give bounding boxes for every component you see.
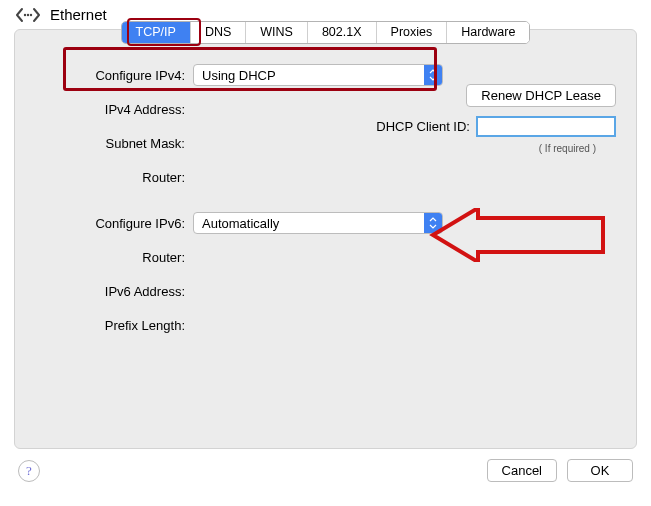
tab-tcpip[interactable]: TCP/IP xyxy=(122,22,191,43)
ok-button[interactable]: OK xyxy=(567,459,633,482)
configure-ipv4-label: Configure IPv4: xyxy=(35,68,193,83)
cancel-button[interactable]: Cancel xyxy=(487,459,557,482)
configure-ipv6-label: Configure IPv6: xyxy=(35,216,193,231)
renew-dhcp-button[interactable]: Renew DHCP Lease xyxy=(466,84,616,107)
dhcp-client-id-label: DHCP Client ID: xyxy=(376,119,476,134)
configure-ipv4-value: Using DHCP xyxy=(194,68,424,83)
svg-point-0 xyxy=(24,13,26,15)
tab-dns[interactable]: DNS xyxy=(191,22,246,43)
configure-ipv6-value: Automatically xyxy=(194,216,424,231)
chevron-up-down-icon xyxy=(424,65,442,85)
tab-proxies[interactable]: Proxies xyxy=(377,22,448,43)
subnet-mask-label: Subnet Mask: xyxy=(35,136,193,151)
tab-8021x[interactable]: 802.1X xyxy=(308,22,377,43)
ipv4-address-label: IPv4 Address: xyxy=(35,102,193,117)
svg-point-1 xyxy=(27,13,29,15)
router-label: Router: xyxy=(35,170,193,185)
if-required-label: ( If required ) xyxy=(539,143,596,154)
ipv6-router-label: Router: xyxy=(35,250,193,265)
help-button[interactable]: ? xyxy=(18,460,40,482)
tab-hardware[interactable]: Hardware xyxy=(447,22,529,43)
configure-ipv6-select[interactable]: Automatically xyxy=(193,212,443,234)
tab-bar: TCP/IP DNS WINS 802.1X Proxies Hardware xyxy=(121,21,531,44)
ipv6-address-label: IPv6 Address: xyxy=(35,284,193,299)
prefix-length-label: Prefix Length: xyxy=(35,318,193,333)
dhcp-client-id-input[interactable] xyxy=(476,116,616,137)
settings-panel: TCP/IP DNS WINS 802.1X Proxies Hardware … xyxy=(14,29,637,449)
configure-ipv4-select[interactable]: Using DHCP xyxy=(193,64,443,86)
svg-point-2 xyxy=(30,13,32,15)
tab-wins[interactable]: WINS xyxy=(246,22,308,43)
chevron-up-down-icon xyxy=(424,213,442,233)
